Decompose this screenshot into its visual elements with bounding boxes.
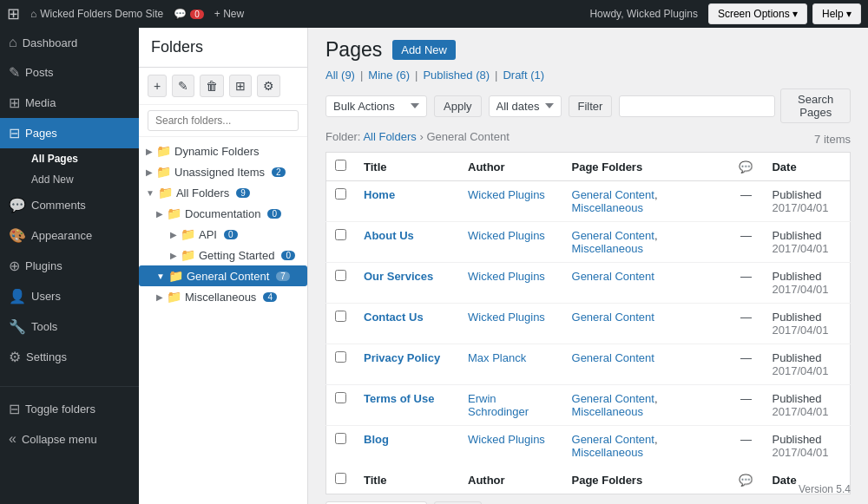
sidebar-item-comments[interactable]: 💬 Comments [0,190,139,220]
page-title-link[interactable]: Our Services [364,270,433,283]
sidebar-item-add-new[interactable]: Add New [24,169,139,190]
page-title-link[interactable]: Privacy Policy [364,351,440,364]
folder-badge: 4 [263,292,277,302]
folder-label: Dynamic Folders [174,145,260,158]
apply-button-top[interactable]: Apply [434,95,482,117]
row-checkbox[interactable] [335,311,346,322]
row-comments-cell: — [728,426,763,467]
sidebar-item-all-pages[interactable]: All Pages [24,148,139,169]
row-checkbox[interactable] [335,188,346,200]
page-title-link[interactable]: Terms of Use [364,392,434,405]
folder-tag-link[interactable]: General Content [572,311,654,324]
page-title-link[interactable]: Contact Us [364,311,424,324]
screen-options-button[interactable]: Screen Options ▾ [708,3,807,24]
author-link[interactable]: Erwin Schrodinger [468,392,529,418]
row-checkbox[interactable] [335,229,346,240]
site-name[interactable]: ⌂ Wicked Folders Demo Site [30,8,163,20]
folder-tag-link[interactable]: General Content [572,188,654,201]
date-sort-link[interactable]: Date [772,160,796,173]
sidebar-item-toggle-folders[interactable]: ⊟ Toggle folders [0,394,139,424]
folder-label: All Folders [176,187,229,200]
folder-tag-link[interactable]: Miscellaneous [572,405,643,418]
title-sort-link[interactable]: Title [364,160,387,173]
folder-tag-link[interactable]: General Content [572,433,654,446]
folder-tag-link[interactable]: General Content [572,229,654,242]
title-sort-footer-link[interactable]: Title [364,474,387,487]
new-menu[interactable]: + New [214,8,244,20]
folder-tag-link[interactable]: Miscellaneous [572,201,643,214]
sidebar-item-tools[interactable]: 🔧 Tools [0,311,139,342]
date-value: 2017/04/01 [772,242,828,255]
row-checkbox[interactable] [335,351,346,363]
search-pages-button[interactable]: Search Pages [780,88,851,123]
sidebar-item-collapse-menu[interactable]: « Collapse menu [0,424,139,454]
folder-item-documentation[interactable]: ▶ 📁 Documentation 0 [139,203,307,224]
filter-mine[interactable]: Mine (6) [368,69,410,82]
search-pages-input[interactable] [619,95,775,117]
folder-item-api[interactable]: ▶ 📁 API 0 [139,224,307,245]
folder-tag-link[interactable]: Miscellaneous [572,242,643,255]
edit-folder-button[interactable]: ✎ [172,75,194,97]
sidebar: ⌂ Dashboard ✎ Posts ⊞ Media ⊟ Pages All … [0,28,139,504]
delete-folder-button[interactable]: 🗑 [200,75,224,97]
search-folders-input[interactable] [148,110,299,131]
folder-tag-link[interactable]: General Content [572,351,654,364]
sidebar-item-settings[interactable]: ⚙ Settings [0,342,139,372]
author-link[interactable]: Wicked Plugins [468,229,545,242]
wp-logo-icon[interactable]: ⊞ [7,4,20,23]
page-title-link[interactable]: About Us [364,229,414,242]
folder-item-getting-started[interactable]: ▶ 📁 Getting Started 0 [139,245,307,265]
page-title-link[interactable]: Home [364,188,395,201]
folder-tag-link[interactable]: General Content [572,270,654,283]
author-link[interactable]: Wicked Plugins [468,270,545,283]
sidebar-item-users[interactable]: 👤 Users [0,281,139,311]
folder-item-miscellaneous[interactable]: ▶ 📁 Miscellaneous 4 [139,286,307,307]
tools-icon: 🔧 [9,318,26,335]
author-link[interactable]: Wicked Plugins [468,188,545,201]
author-link[interactable]: Wicked Plugins [468,311,545,324]
col-header-title[interactable]: Title [355,153,459,181]
folder-settings-button[interactable]: ⚙ [257,75,280,97]
folder-item-dynamic-folders[interactable]: ▶ 📁 Dynamic Folders [139,141,307,161]
folder-item-unassigned-items[interactable]: ▶ 📁 Unassigned Items 2 [139,161,307,182]
table-row: Our Services Wicked Plugins General Cont… [326,263,851,304]
help-button[interactable]: Help ▾ [812,3,861,24]
folder-item-general-content[interactable]: ▼ 📁 General Content 7 [139,265,307,286]
select-all-footer-checkbox[interactable] [335,473,346,484]
filter-button[interactable]: Filter [569,95,613,117]
page-title-link[interactable]: Blog [364,433,389,446]
col-footer-cb [326,466,356,494]
row-checkbox[interactable] [335,433,346,444]
folder-tag-link[interactable]: General Content [572,392,654,405]
author-link[interactable]: Wicked Plugins [468,433,545,446]
row-checkbox[interactable] [335,392,346,403]
sidebar-item-appearance[interactable]: 🎨 Appearance [0,220,139,251]
folder-item-all-folders[interactable]: ▼ 📁 All Folders 9 [139,182,307,203]
sidebar-item-pages[interactable]: ⊟ Pages [0,118,139,148]
add-folder-button[interactable]: + [148,75,167,97]
notifications[interactable]: 💬 0 [174,8,204,20]
filter-published[interactable]: Published (8) [423,69,490,82]
date-sort-footer-link[interactable]: Date [772,474,796,487]
sidebar-item-media[interactable]: ⊞ Media [0,88,139,118]
row-checkbox[interactable] [335,270,346,281]
row-folders-cell: General Content [563,263,729,304]
select-all-checkbox[interactable] [335,160,346,171]
bulk-actions-select[interactable]: Bulk Actions Edit Move to Trash [326,95,427,117]
author-link[interactable]: Max Planck [468,351,526,364]
sidebar-item-dashboard[interactable]: ⌂ Dashboard [0,28,139,57]
col-footer-title[interactable]: Title [355,466,459,494]
folder-tag-link[interactable]: Miscellaneous [572,446,643,459]
filter-draft[interactable]: Draft (1) [503,69,544,82]
posts-icon: ✎ [9,64,20,81]
row-author-cell: Wicked Plugins [459,263,563,304]
sidebar-item-posts[interactable]: ✎ Posts [0,57,139,88]
add-subfolder-button[interactable]: ⊞ [229,75,252,97]
filter-all[interactable]: All (9) [326,69,355,82]
comment-icon: 💬 [174,8,187,20]
sidebar-item-plugins[interactable]: ⊕ Plugins [0,251,139,281]
col-header-date[interactable]: Date [763,153,850,181]
add-new-button[interactable]: Add New [392,40,456,60]
all-dates-select[interactable]: All dates [489,95,562,117]
breadcrumb-all-folders-link[interactable]: All Folders [363,130,416,143]
